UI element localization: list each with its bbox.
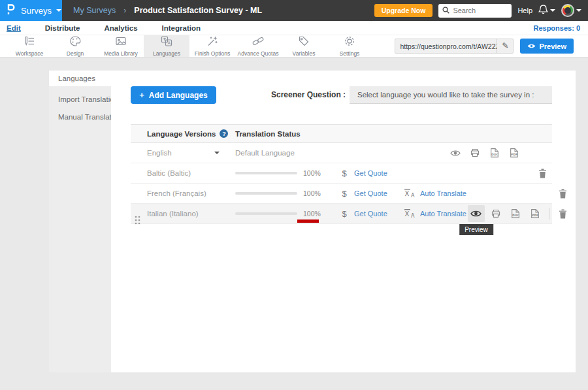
toolbar-item-variables[interactable]: Variables: [281, 35, 327, 57]
account-control[interactable]: [561, 4, 581, 17]
divider: [528, 167, 529, 179]
settings-icon: [344, 35, 355, 50]
chevron-down-icon: [56, 9, 61, 12]
toolbar-item-finish-options[interactable]: Finish Options: [189, 35, 235, 57]
table-header-row: Language Versions ? Translation Status: [131, 124, 552, 143]
plus-icon: +: [139, 90, 144, 100]
toolbar-item-media-library[interactable]: Media Library: [98, 35, 144, 57]
print-button[interactable]: [465, 148, 485, 157]
export-doc-button[interactable]: DOC: [506, 208, 525, 219]
topbar: Surveys My Surveys › Product Satisfactio…: [0, 0, 588, 21]
svg-text:PDF: PDF: [532, 214, 538, 217]
status-cell: 100% $ Get Quote XA Auto Translate: [235, 187, 573, 199]
toolbar-item-label: Languages: [153, 50, 180, 57]
table-row-italian: Italian (Italiano) 100% $ Get Quote XA A…: [131, 204, 552, 224]
sidebar-item-manual-translations[interactable]: Manual Translations: [49, 108, 111, 125]
preview-button[interactable]: Preview: [520, 39, 574, 54]
dollar-icon[interactable]: $: [338, 209, 350, 219]
screener-question-label: Screener Question :: [271, 86, 343, 104]
table-row-baltic: Baltic (Baltic) 100% $ Get Quote: [131, 163, 552, 184]
chevron-down-icon: [576, 9, 581, 12]
bell-icon: [538, 5, 548, 17]
default-language-label: Default Language: [235, 149, 295, 157]
sidebar-item-import-translations[interactable]: Import Translations: [49, 90, 111, 108]
column-language-versions: Language Versions ?: [131, 129, 235, 138]
get-quote-link[interactable]: Get Quote: [354, 189, 395, 197]
breadcrumb-my-surveys[interactable]: My Surveys: [73, 6, 116, 15]
get-quote-link[interactable]: Get Quote: [354, 169, 395, 177]
help-link[interactable]: Help: [517, 7, 532, 14]
toolbar-item-label: Settings: [340, 50, 360, 57]
export-doc-button[interactable]: DOC: [485, 148, 504, 158]
chevron-down-icon[interactable]: [214, 152, 220, 154]
svg-text:A: A: [167, 41, 171, 46]
tab-analytics[interactable]: Analytics: [104, 24, 137, 32]
survey-url[interactable]: https://questionpro.com/t/AW22Zd1S1: [395, 42, 497, 50]
search-input[interactable]: [453, 7, 504, 14]
screener-question-select[interactable]: Select language you would like to take t…: [350, 86, 552, 104]
toolbar-item-label: Workspace: [16, 50, 43, 57]
add-languages-label: Add Languages: [149, 91, 208, 100]
language-name: Italian (Italiano): [147, 210, 199, 218]
language-name-cell[interactable]: English: [131, 149, 235, 157]
responses-count[interactable]: Responses: 0: [533, 24, 580, 32]
workspace-icon: [24, 35, 35, 50]
translation-progress-bar: [235, 192, 297, 195]
toolbar-item-settings[interactable]: Settings: [327, 35, 372, 57]
languages-icon: A: [161, 35, 172, 50]
topbar-right: Upgrade Now Help: [374, 4, 588, 18]
preview-eye-button[interactable]: [446, 150, 465, 157]
notifications-control[interactable]: [538, 5, 555, 17]
eye-icon: [468, 205, 485, 222]
status-cell: 100% $ Get Quote: [235, 167, 552, 179]
row-actions: [466, 187, 573, 199]
dollar-icon[interactable]: $: [338, 189, 350, 199]
divider: [528, 147, 529, 159]
languages-panel: Languages Import Translations Manual Tra…: [49, 71, 576, 372]
sidebar-item-languages[interactable]: Languages: [49, 71, 111, 86]
edit-url-button[interactable]: ✎: [497, 39, 513, 53]
auto-translate-link[interactable]: Auto Translate: [420, 189, 466, 197]
delete-language-button[interactable]: [532, 169, 552, 178]
help-icon[interactable]: ?: [220, 129, 228, 138]
avatar: [561, 4, 574, 17]
toolbar-right: https://questionpro.com/t/AW22Zd1S1 ✎ Pr…: [395, 39, 574, 54]
product-menu[interactable]: Surveys: [0, 0, 62, 21]
toolbar-item-design[interactable]: Design: [52, 35, 98, 57]
row-actions: Preview DOC PDF: [466, 205, 573, 222]
auto-translate-link[interactable]: Auto Translate: [420, 210, 466, 218]
variables-icon: [298, 35, 310, 50]
print-button[interactable]: [486, 209, 506, 218]
toolbar-item-advance-quotas[interactable]: Advance Quotas: [235, 35, 281, 57]
delete-language-button[interactable]: [553, 189, 573, 199]
languages-sidebar: Languages Import Translations Manual Tra…: [49, 71, 111, 372]
upgrade-now-button[interactable]: Upgrade Now: [374, 4, 433, 17]
export-pdf-button[interactable]: PDF: [504, 148, 524, 158]
toolbar-item-workspace[interactable]: Workspace: [7, 35, 52, 57]
search-box[interactable]: [438, 4, 512, 18]
row-actions: DOC PDF: [446, 147, 552, 159]
tab-edit[interactable]: Edit: [7, 24, 21, 32]
column-translation-status: Translation Status: [235, 130, 301, 138]
language-name: English: [147, 149, 172, 157]
dollar-icon[interactable]: $: [338, 169, 350, 178]
media-library-icon: [115, 35, 127, 50]
divider: [549, 187, 549, 199]
toolbar-item-languages[interactable]: A Languages: [144, 35, 189, 57]
svg-text:DOC: DOC: [512, 214, 519, 217]
tab-distribute[interactable]: Distribute: [45, 24, 80, 32]
surveys-menu-label: Surveys: [21, 6, 52, 16]
translate-icon: XA: [404, 208, 416, 219]
get-quote-link[interactable]: Get Quote: [354, 210, 395, 218]
preview-eye-button[interactable]: Preview: [466, 205, 486, 222]
svg-text:PDF: PDF: [511, 153, 517, 156]
delete-language-button[interactable]: [553, 209, 573, 219]
add-languages-button[interactable]: + Add Languages: [131, 86, 216, 104]
tab-integration[interactable]: Integration: [162, 24, 201, 32]
pencil-icon: ✎: [502, 41, 508, 50]
drag-handle-icon[interactable]: [135, 216, 140, 226]
breadcrumb: My Surveys › Product Satisfaction Survey…: [73, 6, 262, 15]
language-name-cell: Italian (Italiano): [131, 210, 235, 218]
export-pdf-button[interactable]: PDF: [525, 208, 545, 219]
eye-icon: [527, 42, 536, 50]
